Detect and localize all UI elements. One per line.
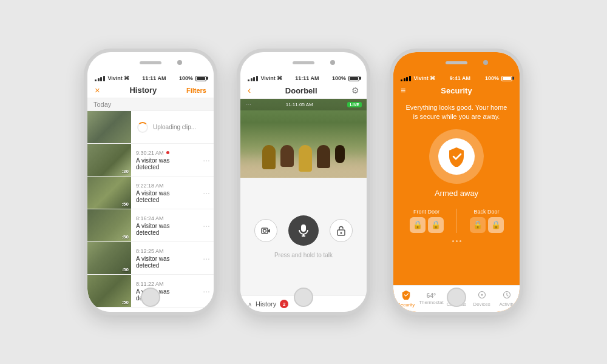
signal-3 [401,76,411,81]
security-title: Security [441,86,472,95]
thumb-2: :50 [87,209,131,241]
phone-history: Vivint ⌘ 11:11 AM 100% × History Filters… [84,49,217,315]
duration-2: :50 [121,234,129,240]
door-section: Front Door 🔒 🔒 Back Door 🔒 🔒 [403,206,510,238]
history-list: :30 9:30:21 AM A visitor was detected ··… [87,144,214,312]
back-lock-1[interactable]: 🔒 [470,217,486,233]
front-lock-1[interactable]: 🔒 [410,217,426,233]
info-3: 8:12:25 AM A visitor was detected [131,242,199,274]
battery-pct-2: 100% [332,75,346,81]
time-item-0: 9:30:21 AM [136,150,194,156]
gear-button[interactable]: ⚙ [351,86,359,95]
desc-1: A visitor was detected [136,190,194,203]
chevron-up-icon: ∧ [248,301,252,308]
thumb-4: :50 [87,275,131,307]
more-1[interactable]: ··· [199,177,214,209]
controls-row [254,215,353,246]
svg-rect-2 [301,224,306,232]
back-door-group: Back Door 🔒 🔒 [470,209,504,233]
nav-thermostat[interactable]: 64° Thermostat [419,286,444,312]
video-feed[interactable]: ⋯ 11:11:05 AM LIVE [240,99,367,178]
history-title: History [129,86,157,95]
red-dot-0 [166,151,169,154]
back-button[interactable]: ‹ [248,85,251,96]
person-3 [299,145,312,172]
history-count-badge: 2 [280,300,288,308]
person-2 [280,145,294,167]
more-0[interactable]: ··· [199,144,214,176]
shield-inner [438,138,475,175]
filters-button[interactable]: Filters [186,87,206,94]
desc-3: A visitor was detected [136,255,194,269]
wifi-2: ⌘ [277,75,282,81]
video-people [240,145,367,172]
list-item[interactable]: :50 9:22:18 AM A visitor was detected ··… [87,177,214,209]
signal-1 [95,76,105,81]
thumb-3: :50 [87,242,131,274]
shield-circle [429,129,484,184]
battery-icon-2 [348,76,359,81]
unlock-button[interactable] [330,219,353,242]
duration-1: :50 [121,201,129,207]
battery-area-2: 100% [332,75,359,81]
nav-security[interactable]: Security [393,286,419,312]
battery-pct-3: 100% [485,75,499,81]
dots-divider [452,238,461,244]
uploading-content: Uploading clip... [131,111,214,143]
video-timestamp: 11:11:05 AM [286,102,313,107]
svg-point-9 [481,294,483,296]
list-item[interactable]: :30 9:30:21 AM A visitor was detected ··… [87,144,214,177]
video-background [240,99,367,178]
nav-activity[interactable]: Activity [494,286,520,312]
uploading-text: Uploading clip... [153,124,196,130]
wifi-3: ⌘ [430,75,435,81]
phone-inner-1: Vivint ⌘ 11:11 AM 100% × History Filters… [87,52,214,312]
list-item[interactable]: :50 8:16:24 AM A visitor was detected ··… [87,209,214,242]
phone-inner-3: Vivint ⌘ 9:41 AM 100% ≡ Security Everyth… [393,52,520,312]
nav-devices-label: Devices [473,302,490,307]
nav-thermostat-label: Thermostat [419,300,443,305]
front-lock-2[interactable]: 🔒 [428,217,444,233]
more-3[interactable]: ··· [199,242,214,274]
more-2[interactable]: ··· [199,209,214,241]
status-bar-1: Vivint ⌘ 11:11 AM 100% [87,72,214,83]
wifi-1: ⌘ [124,75,129,81]
home-button-1[interactable] [141,288,160,307]
video-bar: ⋯ 11:11:05 AM LIVE [240,99,367,110]
battery-icon-1 [195,76,206,81]
close-button[interactable]: × [95,85,100,95]
history-tab-label: History [256,300,276,308]
time-1: 11:11 AM [142,75,166,81]
signal-2 [248,76,258,81]
phones-container: Vivint ⌘ 11:11 AM 100% × History Filters… [0,0,607,364]
security-header: ≡ Security [393,83,520,98]
battery-icon-3 [501,76,512,81]
home-button-2[interactable] [294,288,313,307]
back-lock-2[interactable]: 🔒 [488,217,504,233]
doorbell-header: ‹ Doorbell ⚙ [240,83,367,99]
thermostat-nav-icon: 64° [427,292,436,299]
phone-security: Vivint ⌘ 9:41 AM 100% ≡ Security Everyth… [390,49,523,315]
more-4[interactable]: ··· [199,275,214,307]
list-item[interactable]: :50 8:12:25 AM A visitor was detected ··… [87,242,214,275]
battery-area-3: 100% [485,75,512,81]
person-4 [317,145,330,168]
info-2: 8:16:24 AM A visitor was detected [131,209,199,241]
time-item-3: 8:12:25 AM [136,248,194,254]
security-body: Everything looks good. Your home is secu… [393,98,520,285]
uploading-thumb [87,111,131,143]
nav-devices[interactable]: Devices [469,286,495,312]
shield-icon [447,146,466,167]
info-1: 9:22:18 AM A visitor was detected [131,177,199,209]
press-hold-label: Press and hold to talk [274,252,333,258]
hamburger-icon[interactable]: ≡ [401,86,405,95]
live-badge: LIVE [347,102,362,107]
time-item-4: 8:11:22 AM [136,281,194,287]
today-label: Today [87,98,214,111]
phone-inner-2: Vivint ⌘ 11:11 AM 100% ‹ Doorbell ⚙ [240,52,367,312]
person-1 [262,145,276,169]
svg-point-6 [341,232,342,234]
mic-button[interactable] [288,215,319,246]
home-button-3[interactable] [447,288,466,307]
camera-button[interactable] [254,219,277,242]
